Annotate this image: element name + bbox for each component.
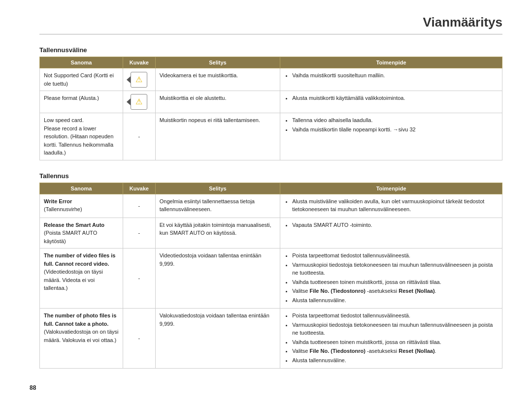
s1-selitys-1: Muistikorttia ei ole alustettu. xyxy=(155,91,280,113)
s2-kuvake-1: - xyxy=(123,218,156,249)
s1-toimenpide-0: Vaihda muistikortti suositeltuun malliin… xyxy=(280,68,502,91)
s2-sanoma-2: The number of video files is full. Canno… xyxy=(40,249,123,309)
s2-selitys-1: Et voi käyttää joitakin toimintoja manua… xyxy=(155,218,280,249)
warning-icon: ⚠ xyxy=(131,94,147,110)
s1-sanoma-2: Low speed card. Please record a lower re… xyxy=(40,113,123,160)
table-row: Please format (Alusta.)⚠Muistikorttia ei… xyxy=(40,91,502,113)
table-row: Not Supported Card (Kortti ei ole tuettu… xyxy=(40,68,502,91)
s2-selitys-3: Valokuvatiedostoja voidaan tallentaa eni… xyxy=(155,309,280,369)
list-item: Poista tarpeettomat tiedostot tallennusv… xyxy=(292,312,498,320)
s2-selitys-2: Videotiedostoja voidaan tallentaa enintä… xyxy=(155,249,280,309)
s1-kuvake-0: ⚠ xyxy=(123,68,156,91)
s2-header-toimenpide: Toimenpide xyxy=(280,183,502,194)
table-row: The number of photo files is full. Canno… xyxy=(40,309,502,369)
s1-kuvake-1: ⚠ xyxy=(123,91,156,113)
section1-title: Tallennusväline xyxy=(39,46,502,54)
list-item: Alusta muistiväline valikoiden avulla, k… xyxy=(292,197,498,214)
list-item: Vaihda tuotteeseen toinen muistikortti, … xyxy=(292,278,498,286)
section2-table: Sanoma Kuvake Selitys Toimenpide Write E… xyxy=(39,183,502,369)
s1-kuvake-2: - xyxy=(123,113,156,160)
list-item: Varmuuskopioi tiedostoja tietokoneeseen … xyxy=(292,261,498,277)
list-item: Varmuuskopioi tiedostoja tietokoneeseen … xyxy=(292,321,498,337)
section2-title: Tallennus xyxy=(39,172,502,180)
section1-table: Sanoma Kuvake Selitys Toimenpide Not Sup… xyxy=(39,57,502,160)
list-item: Vapauta SMART AUTO -toiminto. xyxy=(292,221,498,229)
s1-toimenpide-2: Tallenna video alhaisella laadulla.Vaihd… xyxy=(280,113,502,160)
s2-sanoma-1: Release the Smart Auto(Poista SMART AUTO… xyxy=(40,218,123,249)
s2-toimenpide-3: Poista tarpeettomat tiedostot tallennusv… xyxy=(280,309,502,369)
s2-kuvake-2: - xyxy=(123,249,156,309)
s2-header-sanoma: Sanoma xyxy=(40,183,123,194)
table-row: Release the Smart Auto(Poista SMART AUTO… xyxy=(40,218,502,249)
list-item: Poista tarpeettomat tiedostot tallennusv… xyxy=(292,251,498,260)
table-row: The number of video files is full. Canno… xyxy=(40,249,502,309)
page-title: Vianmääritys xyxy=(39,15,502,34)
list-item: Vaihda muistikortti suositeltuun malliin… xyxy=(292,71,498,80)
list-item: Alusta tallennusväline. xyxy=(292,356,498,365)
list-item: Valitse File No. (Tiedostonro) -asetukse… xyxy=(292,347,498,355)
list-item: Vaihda muistikortin tilalle nopeampi kor… xyxy=(292,125,498,134)
list-item: Tallenna video alhaisella laadulla. xyxy=(292,116,498,125)
s1-toimenpide-1: Alusta muistikortti käyttämällä valikkot… xyxy=(280,91,502,113)
s1-header-kuvake: Kuvake xyxy=(123,57,156,68)
s2-selitys-0: Ongelmia esiintyi tallennettaessa tietoj… xyxy=(155,194,280,218)
s2-header-selitys: Selitys xyxy=(155,183,280,194)
s1-header-toimenpide: Toimenpide xyxy=(280,57,502,68)
list-item: Alusta muistikortti käyttämällä valikkot… xyxy=(292,94,498,102)
table-row: Low speed card. Please record a lower re… xyxy=(40,113,502,160)
list-item: Valitse File No. (Tiedostonro) -asetukse… xyxy=(292,287,498,295)
list-item: Alusta tallennusväline. xyxy=(292,296,498,305)
table-row: Write Error(Tallennusvirhe)-Ongelmia esi… xyxy=(40,194,502,218)
s2-header-kuvake: Kuvake xyxy=(123,183,156,194)
s1-sanoma-1: Please format (Alusta.) xyxy=(40,91,123,113)
s2-toimenpide-0: Alusta muistiväline valikoiden avulla, k… xyxy=(280,194,502,218)
s2-sanoma-0: Write Error(Tallennusvirhe) xyxy=(40,194,123,218)
s1-sanoma-0: Not Supported Card (Kortti ei ole tuettu… xyxy=(40,68,123,91)
s1-selitys-2: Muistikortin nopeus ei riitä tallentamis… xyxy=(155,113,280,160)
s1-header-sanoma: Sanoma xyxy=(40,57,123,68)
page-number: 88 xyxy=(30,384,36,391)
s1-selitys-0: Videokamera ei tue muistikorttia. xyxy=(155,68,280,91)
s2-kuvake-3: - xyxy=(123,309,156,369)
s2-kuvake-0: - xyxy=(123,194,156,218)
s2-sanoma-3: The number of photo files is full. Canno… xyxy=(40,309,123,369)
s1-header-selitys: Selitys xyxy=(155,57,280,68)
s2-toimenpide-2: Poista tarpeettomat tiedostot tallennusv… xyxy=(280,249,502,309)
s2-toimenpide-1: Vapauta SMART AUTO -toiminto. xyxy=(280,218,502,249)
warning-icon: ⚠ xyxy=(131,72,147,88)
list-item: Vaihda tuotteeseen toinen muistikortti, … xyxy=(292,338,498,346)
